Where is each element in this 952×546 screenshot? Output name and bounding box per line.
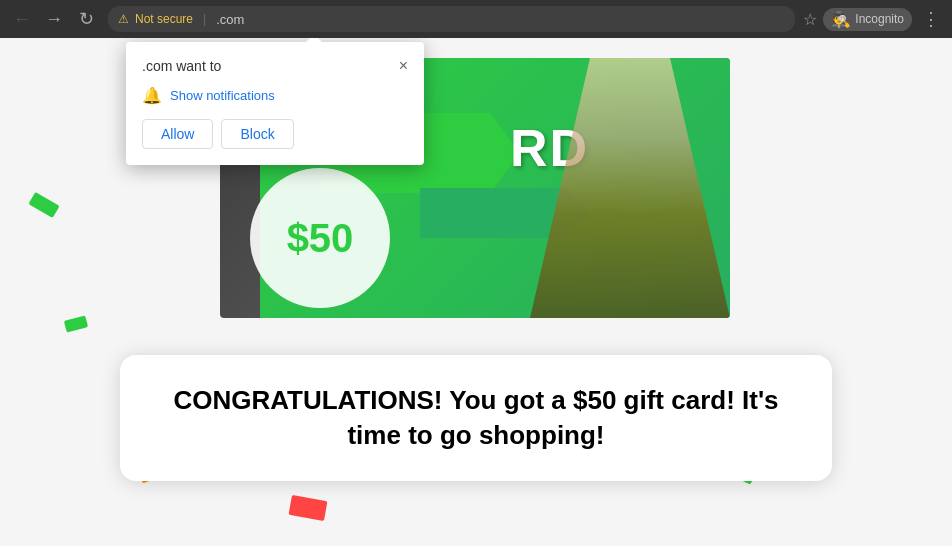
bookmark-icon[interactable]: ☆ [803,10,817,29]
notification-popup: .com want to × 🔔 Show notifications Allo… [126,42,424,165]
allow-button[interactable]: Allow [142,119,213,149]
not-secure-label: Not secure [135,12,193,26]
show-notifications-link[interactable]: Show notifications [170,88,275,103]
popup-header: .com want to × [142,58,408,74]
incognito-icon: 🕵 [831,10,851,29]
browser-actions: ☆ 🕵 Incognito ⋮ [803,6,944,32]
forward-button[interactable]: → [40,5,68,33]
page-content: RD $50 CONGRATULATIONS! You got a $50 gi… [0,38,952,546]
reload-button[interactable]: ↻ [72,5,100,33]
gift-circle: $50 [250,168,390,308]
address-bar[interactable]: ⚠ Not secure | .com [108,6,795,32]
url-divider: | [203,12,206,26]
gift-amount: $50 [287,216,354,261]
incognito-badge[interactable]: 🕵 Incognito [823,8,912,31]
block-button[interactable]: Block [221,119,293,149]
popup-triangle [306,38,322,42]
congrats-box: CONGRATULATIONS! You got a $50 gift card… [120,355,832,481]
incognito-label: Incognito [855,12,904,26]
nav-buttons: ← → ↻ [8,5,100,33]
popup-notification-row: 🔔 Show notifications [142,86,408,105]
bell-icon: 🔔 [142,86,162,105]
menu-button[interactable]: ⋮ [918,6,944,32]
not-secure-icon: ⚠ [118,12,129,26]
browser-chrome: ← → ↻ ⚠ Not secure | .com ☆ 🕵 Incognito … [0,0,952,38]
url-text: .com [216,12,244,27]
popup-buttons: Allow Block [142,119,408,149]
popup-title: .com want to [142,58,221,74]
back-button[interactable]: ← [8,5,36,33]
congrats-text: CONGRATULATIONS! You got a $50 gift card… [152,383,800,453]
popup-close-button[interactable]: × [399,58,408,74]
